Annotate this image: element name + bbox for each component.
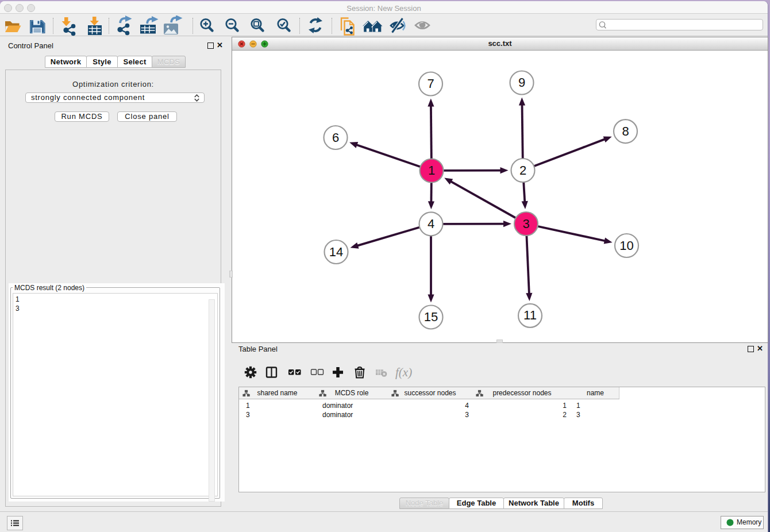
svg-text:6: 6 [332,130,339,145]
svg-text:1: 1 [428,163,435,178]
svg-text:7: 7 [427,76,434,91]
svg-text:8: 8 [622,124,629,138]
svg-text:10: 10 [619,238,633,253]
svg-text:11: 11 [523,308,537,322]
svg-text:4: 4 [428,217,434,231]
svg-text:3: 3 [522,217,529,231]
svg-text:14: 14 [329,245,343,259]
svg-text:15: 15 [424,310,438,324]
svg-text:2: 2 [519,163,526,178]
svg-text:9: 9 [518,75,525,90]
svg-text:f(x): f(x) [395,365,412,379]
